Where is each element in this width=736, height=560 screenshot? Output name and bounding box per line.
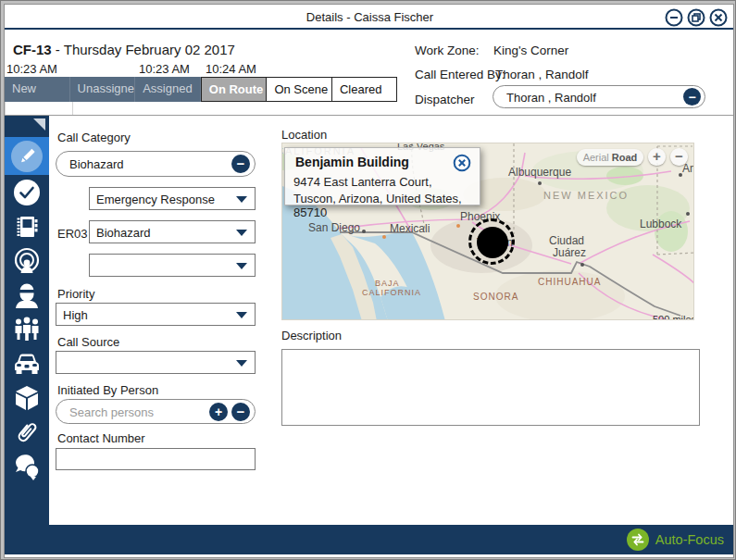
contact-number-label: Contact Number	[57, 431, 145, 445]
map-dot-albuquerque	[538, 181, 542, 185]
car-icon	[12, 351, 42, 380]
sidebar-item-persons[interactable]	[5, 314, 49, 348]
map-dot-lubbock	[686, 212, 690, 216]
status-tab-on-scene[interactable]: On Scene	[266, 77, 331, 102]
sidebar-item-tasks[interactable]	[5, 177, 49, 211]
restore-button[interactable]	[687, 8, 705, 27]
work-zone-value: King's Corner	[493, 44, 568, 57]
call-category-value: Biohazard	[69, 157, 124, 171]
sidebar-item-notebook[interactable]	[5, 211, 49, 245]
status-empty-cell	[5, 102, 73, 116]
details-window: Details - Caissa Fischer CF-13 - Thursda…	[4, 4, 734, 558]
location-address-line1: 9474 East Lanterra Court,	[293, 175, 432, 189]
work-zone-label: Work Zone:	[415, 44, 480, 57]
call-type-value: Biohazard	[96, 225, 151, 239]
notebook-icon	[14, 214, 40, 243]
priority-value: High	[63, 307, 88, 321]
tooltip-close-icon[interactable]	[453, 154, 471, 172]
timestamp-onroute: 10:24 AM	[206, 62, 256, 76]
package-icon	[13, 384, 41, 416]
dispatcher-field[interactable]: Thoran , Randolf −	[493, 85, 705, 108]
minimize-button[interactable]	[665, 8, 683, 27]
map-dot-juarez	[580, 263, 584, 267]
dispatcher-label: Dispatcher	[415, 93, 475, 106]
timestamp-new: 10:23 AM	[6, 62, 57, 76]
title-bar: Details - Caissa Fischer	[5, 5, 734, 30]
status-tab-unassigned[interactable]: Unassigned	[70, 77, 136, 102]
map-label-lubbock: Lubbock	[640, 218, 681, 230]
dispatcher-remove-button[interactable]: −	[683, 88, 701, 106]
call-date: - Thursday February 02 2017	[56, 42, 235, 57]
remove-person-button[interactable]: −	[231, 403, 250, 421]
sidebar-collapse-button[interactable]	[5, 116, 49, 137]
map-dot-phoenix	[456, 224, 460, 228]
call-source-dropdown[interactable]	[56, 351, 256, 374]
map-label-juarez: Juárez	[553, 246, 586, 259]
check-circle-icon	[13, 179, 41, 210]
sidebar-item-dispatch[interactable]	[5, 245, 49, 280]
chevron-down-icon	[236, 263, 247, 269]
auto-focus-button[interactable]: Auto-Focus	[627, 529, 724, 551]
contact-number-input[interactable]	[56, 448, 256, 470]
call-category-label: Call Category	[57, 131, 131, 144]
call-id: CF-13	[13, 42, 52, 57]
sidebar-item-vehicles[interactable]	[5, 348, 49, 382]
timestamp-assigned: 10:23 AM	[139, 62, 190, 76]
status-tab-assigned[interactable]: Assigned	[135, 77, 201, 102]
footer-bar: Auto-Focus	[5, 525, 734, 554]
auto-focus-label: Auto-Focus	[655, 532, 724, 547]
sidebar-item-suspect[interactable]	[5, 280, 49, 314]
window-frame: Details - Caissa Fischer CF-13 - Thursda…	[0, 0, 736, 560]
map-label-mexicali: Mexicali	[390, 222, 430, 235]
call-source-label: Call Source	[57, 335, 119, 349]
map-view-toggle[interactable]: Aerial Road	[577, 149, 643, 166]
call-category-remove-button[interactable]: −	[231, 155, 250, 173]
call-type-code-label: ER03	[57, 227, 88, 241]
search-persons-placeholder: Search persons	[69, 404, 154, 418]
status-tab-cleared[interactable]: Cleared	[331, 77, 397, 102]
map-scale-label: 500 miles	[653, 314, 694, 320]
description-textarea[interactable]	[281, 349, 700, 426]
sidebar-item-messages[interactable]	[5, 451, 49, 485]
map-view-aerial[interactable]: Aerial	[583, 152, 609, 163]
entered-by-value: Thoran , Randolf	[495, 68, 589, 81]
chevron-down-icon	[236, 312, 247, 318]
call-type-dropdown[interactable]: Biohazard	[89, 220, 256, 243]
sidebar-item-attachments[interactable]	[5, 417, 49, 451]
priority-dropdown[interactable]: High	[56, 303, 256, 326]
swap-arrows-icon	[627, 529, 649, 551]
header-separator	[5, 115, 734, 116]
add-person-button[interactable]: +	[209, 403, 228, 421]
initiated-by-search-field[interactable]: Search persons + −	[56, 399, 256, 424]
map-label-chihuahua: CHIHUAHUA	[538, 277, 601, 287]
map-zoom-in-button[interactable]: +	[648, 148, 666, 166]
description-label: Description	[281, 329, 342, 342]
location-tooltip: Benjamin Building 9474 East Lanterra Cou…	[284, 147, 480, 205]
map-dot-mexicali	[382, 235, 386, 239]
location-label: Location	[281, 128, 327, 142]
sidebar-item-items[interactable]	[5, 382, 49, 417]
map-zoom-out-button[interactable]: −	[670, 148, 688, 166]
call-category-field[interactable]: Biohazard −	[56, 151, 256, 177]
map-label-baja-line2: CALIFORNIA	[362, 288, 421, 297]
chat-bubbles-icon	[12, 453, 42, 484]
window-title: Details - Caissa Fischer	[5, 10, 734, 24]
status-tab-new[interactable]: New	[5, 77, 70, 102]
dispatcher-value: Thoran , Randolf	[506, 90, 596, 104]
map-view-road[interactable]: Road	[612, 152, 638, 163]
map-dot-san-diego	[362, 230, 366, 233]
call-header: CF-13 - Thursday February 02 2017	[13, 42, 235, 57]
paperclip-icon	[13, 418, 41, 450]
sidebar	[5, 116, 49, 554]
incident-marker[interactable]	[477, 227, 508, 258]
map-label-sonora: SONORA	[473, 292, 518, 302]
status-tab-on-route[interactable]: On Route	[201, 77, 267, 102]
location-map[interactable]: CALIFORNIA Las Vegas Albuquerque NEW MEX…	[281, 143, 694, 320]
status-progress-bar: New Unassigned Assigned On Route On Scen…	[5, 77, 397, 102]
sidebar-item-edit-call[interactable]	[5, 137, 49, 175]
response-type-dropdown[interactable]: Emergency Response	[89, 187, 256, 210]
close-button[interactable]	[709, 8, 728, 27]
call-subtype-dropdown[interactable]	[89, 254, 256, 277]
location-name: Benjamin Building	[295, 155, 409, 169]
map-label-albuquerque: Albuquerque	[508, 166, 571, 179]
